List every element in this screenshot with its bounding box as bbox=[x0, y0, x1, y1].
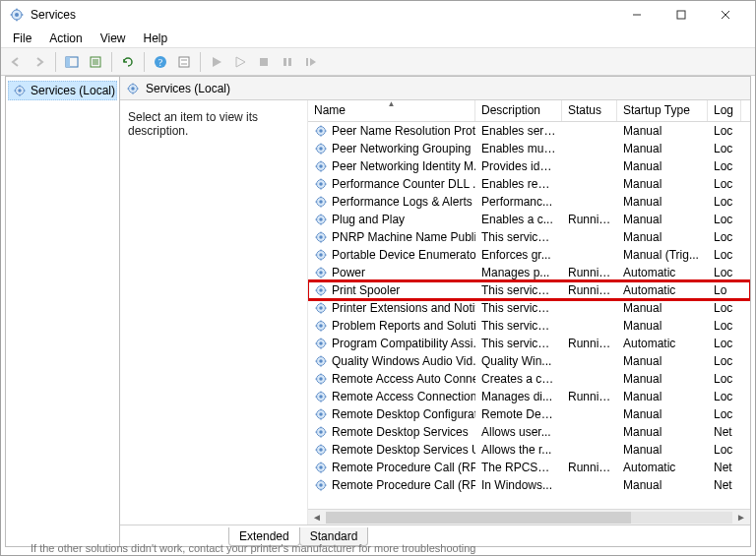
gear-icon bbox=[314, 142, 328, 155]
service-row[interactable]: Peer Networking GroupingEnables mul...Ma… bbox=[308, 140, 750, 157]
service-row[interactable]: Program Compatibility Assi...This servic… bbox=[308, 335, 750, 352]
service-startup: Manual bbox=[617, 407, 708, 421]
help-button[interactable]: ? bbox=[150, 51, 171, 73]
gear-icon bbox=[314, 354, 328, 368]
service-name: Printer Extensions and Notif... bbox=[332, 301, 475, 315]
service-row[interactable]: Quality Windows Audio Vid...Quality Win.… bbox=[308, 352, 750, 370]
list-header: ▲Name Description Status Startup Type Lo… bbox=[308, 100, 750, 122]
gear-icon bbox=[314, 443, 328, 457]
minimize-button[interactable] bbox=[614, 1, 659, 29]
service-row[interactable]: Print SpoolerThis service ...RunningAuto… bbox=[308, 281, 750, 299]
service-row[interactable]: Remote Desktop Services U...Allows the r… bbox=[308, 441, 750, 459]
service-row[interactable]: Problem Reports and Soluti...This servic… bbox=[308, 317, 750, 335]
gear-icon bbox=[314, 372, 328, 386]
list-rows[interactable]: Peer Name Resolution Prot...Enables serv… bbox=[308, 122, 750, 525]
service-startup: Manual bbox=[617, 177, 708, 191]
gear-icon bbox=[314, 177, 328, 191]
service-row[interactable]: Peer Networking Identity M...Provides id… bbox=[308, 157, 750, 175]
export-list-button[interactable] bbox=[85, 51, 106, 73]
service-startup: Manual bbox=[617, 319, 708, 333]
gear-icon bbox=[314, 124, 328, 138]
service-row[interactable]: Remote Procedure Call (RP...In Windows..… bbox=[308, 476, 750, 494]
menubar: File Action View Help bbox=[1, 29, 755, 48]
maximize-button[interactable] bbox=[659, 1, 703, 29]
close-button[interactable] bbox=[703, 1, 747, 29]
gear-icon bbox=[314, 159, 328, 173]
forward-button[interactable] bbox=[29, 51, 50, 73]
service-logon: Loc bbox=[708, 230, 741, 244]
properties-button[interactable] bbox=[173, 51, 195, 73]
service-row[interactable]: Portable Device Enumerator...Enforces gr… bbox=[308, 246, 750, 264]
service-startup: Manual bbox=[617, 213, 708, 226]
column-header-logon[interactable]: Log bbox=[708, 100, 741, 121]
service-row[interactable]: Remote Desktop Configurat...Remote Des..… bbox=[308, 405, 750, 423]
service-row[interactable]: Remote Access Auto Conne...Creates a co.… bbox=[308, 370, 750, 388]
gear-icon bbox=[314, 230, 328, 244]
window-title: Services bbox=[31, 8, 614, 22]
show-hide-console-button[interactable] bbox=[61, 51, 83, 73]
gear-icon bbox=[314, 407, 328, 421]
tree-pane[interactable]: Services (Local) bbox=[6, 77, 120, 546]
start-service-alt-button[interactable] bbox=[229, 51, 251, 73]
scroll-left-icon[interactable]: ◄ bbox=[310, 512, 324, 523]
pause-service-button[interactable] bbox=[277, 51, 298, 73]
service-row[interactable]: Remote Desktop ServicesAllows user...Man… bbox=[308, 423, 750, 441]
service-logon: Loc bbox=[708, 319, 741, 333]
service-startup: Manual bbox=[617, 230, 708, 244]
svg-text:?: ? bbox=[158, 57, 163, 68]
service-description: This service ... bbox=[475, 319, 562, 333]
service-description: Remote Des... bbox=[475, 407, 562, 421]
restart-service-button[interactable] bbox=[300, 51, 322, 73]
service-logon: Loc bbox=[708, 390, 741, 403]
service-description: Manages p... bbox=[475, 266, 562, 279]
service-description: Allows user... bbox=[475, 425, 562, 439]
service-status: Running bbox=[562, 213, 617, 226]
content-pane: Services (Local) Select an item to view … bbox=[120, 77, 750, 546]
gear-icon bbox=[314, 248, 328, 262]
service-row[interactable]: Printer Extensions and Notif...This serv… bbox=[308, 299, 750, 317]
column-header-name[interactable]: ▲Name bbox=[308, 100, 475, 121]
content-body: Select an item to view its description. … bbox=[120, 100, 750, 525]
service-description: Enables a c... bbox=[475, 213, 562, 226]
column-header-startup[interactable]: Startup Type bbox=[617, 100, 708, 121]
gear-icon bbox=[314, 425, 328, 439]
refresh-button[interactable] bbox=[117, 51, 139, 73]
start-service-button[interactable] bbox=[206, 51, 227, 73]
service-logon: Loc bbox=[708, 177, 741, 191]
menu-file[interactable]: File bbox=[5, 30, 39, 47]
service-startup: Manual bbox=[617, 390, 708, 403]
service-logon: Loc bbox=[708, 124, 741, 138]
titlebar: Services bbox=[1, 1, 755, 29]
service-row[interactable]: Plug and PlayEnables a c...RunningManual… bbox=[308, 211, 750, 228]
tree-node-services-local[interactable]: Services (Local) bbox=[8, 81, 117, 100]
service-row[interactable]: Remote Procedure Call (RPC)The RPCSS ...… bbox=[308, 459, 750, 476]
service-row[interactable]: PNRP Machine Name Publi...This service .… bbox=[308, 228, 750, 246]
service-description: Allows the r... bbox=[475, 443, 562, 457]
gear-icon bbox=[13, 84, 27, 97]
service-name: Remote Desktop Services U... bbox=[332, 443, 475, 457]
scroll-thumb[interactable] bbox=[326, 512, 631, 524]
service-name: Portable Device Enumerator... bbox=[332, 248, 475, 262]
service-row[interactable]: Performance Logs & AlertsPerformanc...Ma… bbox=[308, 193, 750, 211]
menu-action[interactable]: Action bbox=[41, 30, 90, 47]
description-text: Select an item to view its description. bbox=[128, 110, 258, 138]
column-header-status[interactable]: Status bbox=[562, 100, 617, 121]
back-button[interactable] bbox=[5, 51, 27, 73]
scroll-right-icon[interactable]: ► bbox=[734, 512, 748, 523]
svg-rect-12 bbox=[181, 59, 187, 61]
horizontal-scrollbar[interactable]: ◄ ► bbox=[308, 509, 750, 525]
service-row[interactable]: Remote Access Connection...Manages di...… bbox=[308, 388, 750, 405]
scroll-track[interactable] bbox=[326, 512, 732, 524]
service-name: Power bbox=[332, 266, 365, 279]
column-header-description[interactable]: Description bbox=[475, 100, 562, 121]
menu-help[interactable]: Help bbox=[136, 30, 176, 47]
service-row[interactable]: Performance Counter DLL ...Enables rem..… bbox=[308, 175, 750, 193]
menu-view[interactable]: View bbox=[93, 30, 134, 47]
toolbar-separator bbox=[111, 52, 112, 72]
window-controls bbox=[614, 1, 747, 29]
service-row[interactable]: Peer Name Resolution Prot...Enables serv… bbox=[308, 122, 750, 140]
service-name: Plug and Play bbox=[332, 213, 405, 226]
service-row[interactable]: PowerManages p...RunningAutomaticLoc bbox=[308, 264, 750, 281]
stop-service-button[interactable] bbox=[253, 51, 275, 73]
service-logon: Loc bbox=[708, 142, 741, 155]
